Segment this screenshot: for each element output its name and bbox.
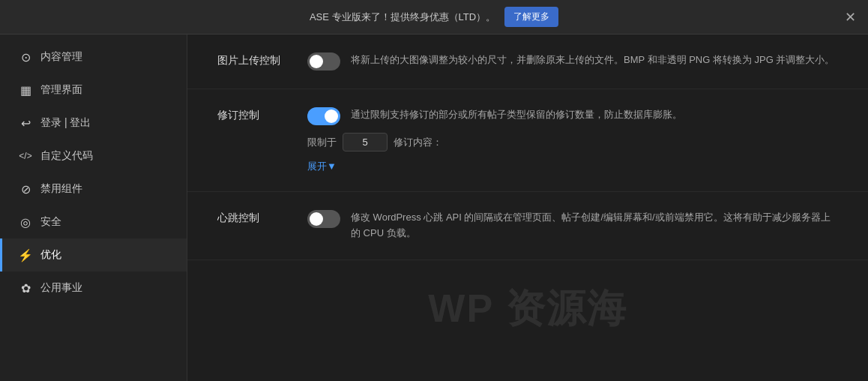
heartbeat-toggle[interactable] bbox=[307, 210, 340, 228]
heartbeat-setting: 心跳控制 修改 WordPress 心跳 API 的间隔或在管理页面、帖子创建/… bbox=[187, 192, 868, 260]
revision-toggle[interactable] bbox=[307, 107, 340, 125]
image-upload-thumb bbox=[310, 55, 323, 68]
sidebar-item-utilities[interactable]: ✿ 公用事业 bbox=[0, 272, 187, 304]
image-upload-control: 将新上传的大图像调整为较小的尺寸，并删除原来上传的文件。BMP 和非透明 PNG… bbox=[307, 52, 838, 70]
revision-track bbox=[307, 107, 340, 125]
watermark-area: WP 资源海 bbox=[187, 260, 868, 358]
heartbeat-label: 心跳控制 bbox=[217, 210, 307, 225]
sidebar-item-optimize[interactable]: ⚡ 优化 bbox=[0, 238, 187, 272]
revision-control: 通过限制支持修订的部分或所有帖子类型保留的修订数量，防止数据库膨胀。 限制于 修… bbox=[307, 107, 838, 173]
sidebar: ⊙ 内容管理 ▦ 管理界面 ↩ 登录 | 登出 </> 自定义代码 ⊘ 禁用组件… bbox=[0, 34, 187, 381]
admin-icon: ▦ bbox=[18, 82, 33, 98]
sidebar-item-custom-code[interactable]: </> 自定义代码 bbox=[0, 140, 187, 172]
security-icon: ◎ bbox=[18, 214, 33, 230]
sidebar-item-login[interactable]: ↩ 登录 | 登出 bbox=[0, 106, 187, 140]
utilities-icon: ✿ bbox=[18, 280, 33, 296]
sidebar-item-label: 内容管理 bbox=[40, 50, 82, 64]
login-icon: ↩ bbox=[18, 116, 33, 130]
sidebar-item-label: 自定义代码 bbox=[40, 149, 93, 163]
revision-label: 修订控制 bbox=[217, 107, 307, 122]
revision-inline-row: 限制于 修订内容： bbox=[307, 133, 838, 152]
main-layout: ⊙ 内容管理 ▦ 管理界面 ↩ 登录 | 登出 </> 自定义代码 ⊘ 禁用组件… bbox=[0, 34, 868, 381]
heartbeat-thumb bbox=[310, 212, 323, 226]
sidebar-item-label: 安全 bbox=[40, 215, 61, 229]
revision-inline-suffix: 修订内容： bbox=[394, 136, 442, 149]
sidebar-item-disable[interactable]: ⊘ 禁用组件 bbox=[0, 172, 187, 206]
revision-thumb bbox=[325, 110, 338, 123]
revision-inline-prefix: 限制于 bbox=[307, 136, 337, 149]
sidebar-item-label: 登录 | 登出 bbox=[40, 116, 91, 130]
top-banner: ASE 专业版来了！提供终身优惠（LTD）。 了解更多 ✕ bbox=[0, 0, 868, 34]
banner-text: ASE 专业版来了！提供终身优惠（LTD）。 bbox=[310, 10, 495, 24]
content-area: 图片上传控制 将新上传的大图像调整为较小的尺寸，并删除原来上传的文件。BMP 和… bbox=[187, 34, 868, 381]
learn-more-button[interactable]: 了解更多 bbox=[504, 7, 558, 27]
image-upload-track bbox=[307, 52, 340, 70]
disable-icon: ⊘ bbox=[18, 182, 33, 196]
revision-description: 通过限制支持修订的部分或所有帖子类型保留的修订数量，防止数据库膨胀。 bbox=[351, 107, 682, 123]
heartbeat-description: 修改 WordPress 心跳 API 的间隔或在管理页面、帖子创建/编辑屏幕和… bbox=[351, 210, 838, 242]
heartbeat-track bbox=[307, 210, 340, 228]
sidebar-item-security[interactable]: ◎ 安全 bbox=[0, 206, 187, 238]
image-upload-description: 将新上传的大图像调整为较小的尺寸，并删除原来上传的文件。BMP 和非透明 PNG… bbox=[351, 52, 834, 68]
sidebar-item-label: 优化 bbox=[40, 248, 61, 262]
revision-row: 通过限制支持修订的部分或所有帖子类型保留的修订数量，防止数据库膨胀。 bbox=[307, 107, 838, 125]
sidebar-item-label: 禁用组件 bbox=[40, 182, 82, 196]
sidebar-item-admin[interactable]: ▦ 管理界面 bbox=[0, 74, 187, 106]
optimize-icon: ⚡ bbox=[18, 248, 33, 262]
revision-expand: 展开▼ bbox=[307, 159, 838, 173]
custom-code-icon: </> bbox=[18, 148, 33, 164]
image-upload-label: 图片上传控制 bbox=[217, 52, 307, 68]
sidebar-item-content[interactable]: ⊙ 内容管理 bbox=[0, 40, 187, 74]
revision-setting: 修订控制 通过限制支持修订的部分或所有帖子类型保留的修订数量，防止数据库膨胀。 … bbox=[187, 89, 868, 192]
heartbeat-row: 修改 WordPress 心跳 API 的间隔或在管理页面、帖子创建/编辑屏幕和… bbox=[307, 210, 838, 242]
image-upload-toggle[interactable] bbox=[307, 52, 340, 70]
heartbeat-control: 修改 WordPress 心跳 API 的间隔或在管理页面、帖子创建/编辑屏幕和… bbox=[307, 210, 838, 242]
close-button[interactable]: ✕ bbox=[845, 10, 856, 24]
image-upload-row: 将新上传的大图像调整为较小的尺寸，并删除原来上传的文件。BMP 和非透明 PNG… bbox=[307, 52, 838, 70]
expand-link[interactable]: 展开▼ bbox=[307, 160, 337, 172]
revision-value-input[interactable] bbox=[343, 133, 388, 152]
watermark-text: WP 资源海 bbox=[428, 283, 627, 335]
image-upload-setting: 图片上传控制 将新上传的大图像调整为较小的尺寸，并删除原来上传的文件。BMP 和… bbox=[187, 34, 868, 89]
content-icon: ⊙ bbox=[18, 50, 33, 64]
sidebar-item-label: 公用事业 bbox=[40, 281, 82, 295]
sidebar-item-label: 管理界面 bbox=[40, 83, 82, 97]
